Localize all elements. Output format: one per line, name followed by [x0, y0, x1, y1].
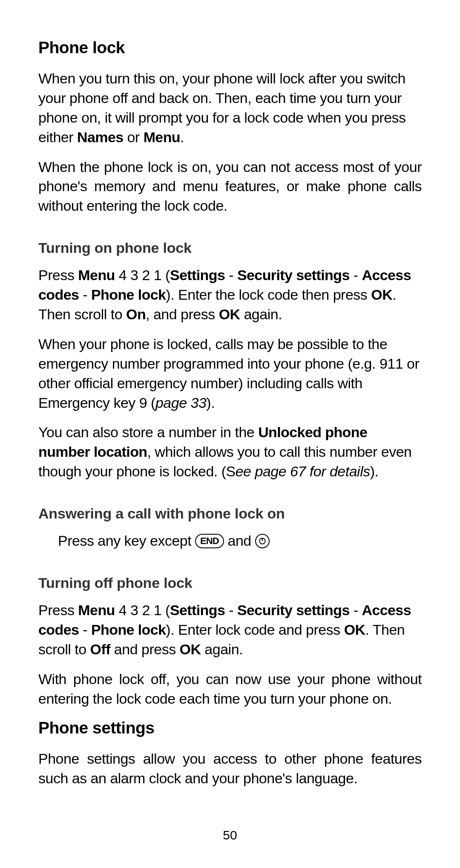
text: -: [79, 286, 91, 303]
power-icon: [259, 537, 266, 545]
paragraph: Press Menu 4 3 2 1 (Settings - Security …: [38, 266, 422, 324]
key-names: Names: [77, 129, 124, 145]
paragraph: You can also store a number in the Unloc…: [38, 423, 422, 481]
paragraph: When you turn this on, your phone will l…: [38, 69, 422, 147]
text: When your phone is locked, calls may be …: [38, 336, 419, 411]
text: or: [124, 129, 144, 145]
menu-path-phone-lock: Phone lock: [91, 286, 166, 303]
text: -: [225, 602, 237, 618]
text: Press: [38, 602, 78, 618]
text: ). Enter lock code and press: [166, 622, 344, 638]
heading-turning-on: Turning on phone lock: [38, 240, 422, 256]
menu-path-security: Security settings: [237, 602, 350, 618]
heading-turning-off: Turning off phone lock: [38, 575, 422, 591]
key-ok: OK: [219, 306, 240, 322]
heading-phone-settings: Phone settings: [38, 719, 422, 737]
text: Press any key except: [58, 533, 195, 549]
menu-path-settings: Settings: [170, 602, 225, 618]
manual-page: Phone lock When you turn this on, your p…: [0, 0, 460, 868]
paragraph: When your phone is locked, calls may be …: [38, 335, 422, 413]
key-ok: OK: [371, 286, 392, 303]
text: ).: [206, 395, 215, 411]
paragraph: Press any key except END and: [38, 531, 422, 551]
key-menu: Menu: [144, 129, 180, 145]
key-menu: Menu: [78, 602, 115, 618]
end-key-icon: END: [195, 534, 224, 548]
heading-phone-lock: Phone lock: [38, 38, 422, 57]
text: -: [350, 602, 362, 618]
text: , and press: [146, 306, 219, 322]
paragraph: With phone lock off, you can now use you…: [38, 670, 422, 709]
heading-answering: Answering a call with phone lock on: [38, 505, 422, 522]
paragraph: Phone settings allow you access to other…: [38, 749, 422, 788]
text: again.: [201, 641, 243, 657]
option-on: On: [126, 306, 146, 322]
text: You can also store a number in the: [38, 424, 258, 440]
text: 4 3 2 1 (: [115, 602, 170, 618]
page-ref: page 33: [155, 395, 206, 411]
paragraph: Press Menu 4 3 2 1 (Settings - Security …: [38, 601, 422, 659]
text: .: [180, 129, 184, 145]
menu-path-security: Security settings: [237, 267, 350, 283]
page-ref: ee page 67 for details: [236, 463, 370, 479]
paragraph: When the phone lock is on, you can not a…: [38, 158, 422, 216]
text: again.: [240, 306, 282, 322]
option-off: Off: [90, 641, 110, 657]
text: Press: [38, 267, 78, 283]
menu-path-settings: Settings: [170, 267, 225, 283]
power-key-icon: [255, 534, 270, 548]
key-ok: OK: [344, 622, 365, 638]
text: and press: [110, 641, 180, 657]
text: and: [224, 533, 255, 549]
text: -: [79, 622, 91, 638]
text: ).: [370, 463, 379, 479]
text: 4 3 2 1 (: [115, 267, 170, 283]
key-menu: Menu: [78, 267, 115, 283]
key-ok: OK: [180, 641, 201, 657]
page-number: 50: [0, 828, 460, 842]
menu-path-phone-lock: Phone lock: [91, 622, 166, 638]
text: ). Enter the lock code then press: [166, 286, 371, 303]
text: -: [350, 267, 362, 283]
text: -: [225, 267, 237, 283]
